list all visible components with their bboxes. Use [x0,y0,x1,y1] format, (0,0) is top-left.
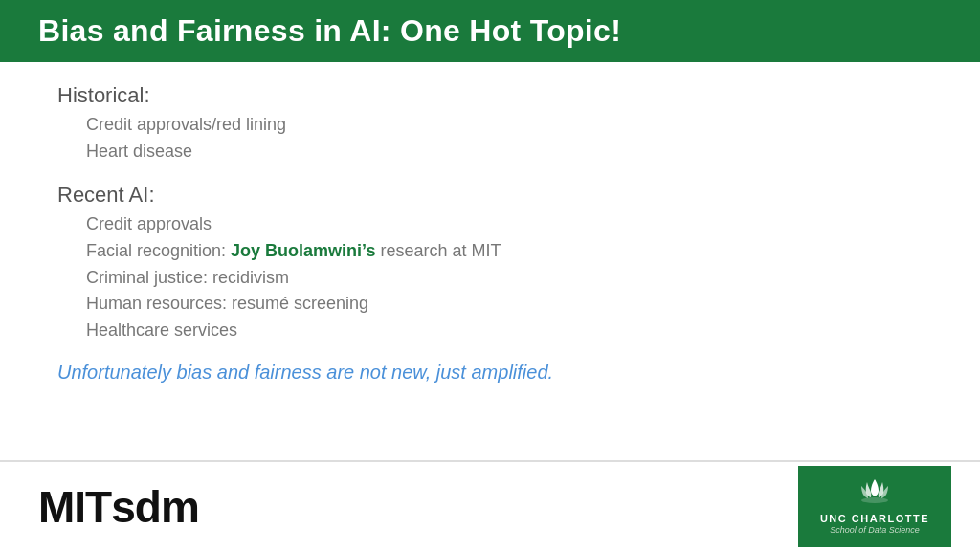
recent-ai-items: Credit approvals Facial recognition: Joy… [57,211,923,344]
historical-section: Historical: Credit approvals/red lining … [57,83,923,165]
mit-text: MIT [38,481,111,533]
footer-bar: MITsdm UNC CHARLOTTE School of Data Scie… [0,460,980,551]
list-item: Credit approvals [86,211,923,238]
list-item: Credit approvals/red lining [86,112,923,139]
mit-sdm-logo: MITsdm [38,481,199,533]
header-bar: Bias and Fairness in AI: One Hot Topic! [0,0,980,62]
slide-content: Historical: Credit approvals/red lining … [0,62,980,393]
item-text-suffix: research at MIT [375,241,501,260]
recent-ai-heading: Recent AI: [57,183,923,208]
joy-link[interactable]: Joy Buolamwini’s [231,241,375,260]
item-text: Criminal justice: recidivism [86,268,289,287]
item-text-prefix: Facial recognition: [86,241,231,260]
list-item: Criminal justice: recidivism [86,265,923,292]
item-text: Human resources: resumé screening [86,294,368,313]
recent-ai-section: Recent AI: Credit approvals Facial recog… [57,183,923,344]
unc-crown-icon [858,477,892,508]
list-item: Heart disease [86,139,923,165]
unc-name-text: UNC CHARLOTTE [820,512,929,525]
list-item: Healthcare services [86,318,923,344]
list-item: Facial recognition: Joy Buolamwini’s res… [86,238,923,265]
unc-subtitle-text: School of Data Science [830,525,920,536]
unc-charlotte-badge: UNC CHARLOTTE School of Data Science [798,466,951,547]
item-text: Credit approvals [86,214,212,233]
svg-point-0 [861,497,888,503]
sdm-text: sdm [111,481,199,533]
closing-note: Unfortunately bias and fairness are not … [57,362,923,384]
slide-title: Bias and Fairness in AI: One Hot Topic! [38,13,942,49]
list-item: Human resources: resumé screening [86,291,923,318]
historical-items: Credit approvals/red lining Heart diseas… [57,112,923,165]
historical-heading: Historical: [57,83,923,108]
item-text: Healthcare services [86,320,237,340]
